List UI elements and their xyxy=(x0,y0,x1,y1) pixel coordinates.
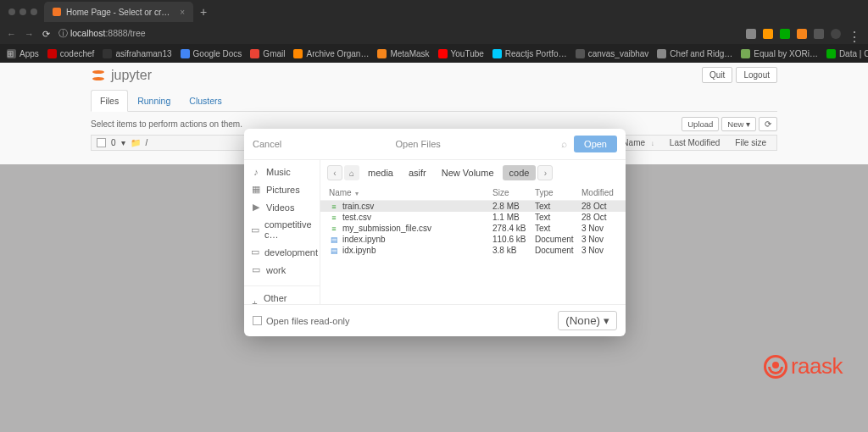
breadcrumb-root[interactable]: / xyxy=(146,138,148,147)
bookmark-item[interactable]: Google Docs xyxy=(181,49,242,58)
reload-button[interactable]: ⟳ xyxy=(42,29,50,40)
file-modified: 28 Oct xyxy=(581,213,617,222)
forward-button[interactable]: → xyxy=(25,29,34,39)
col-type[interactable]: Type xyxy=(535,188,581,197)
profile-icon[interactable] xyxy=(831,29,841,39)
logout-button[interactable]: Logout xyxy=(736,67,777,83)
file-name: index.ipynb xyxy=(342,235,492,244)
upload-button[interactable]: Upload xyxy=(682,117,719,131)
bookmark-item[interactable]: canvas_vaibhav xyxy=(576,49,649,58)
sidebar-item[interactable]: ▭work xyxy=(244,261,320,279)
window-controls[interactable] xyxy=(8,8,37,15)
file-rows: ≡train.csv2.8 MBText28 Oct≡test.csv1.1 M… xyxy=(320,201,626,256)
menu-icon[interactable]: ⋮ xyxy=(848,29,861,39)
bookmark-item[interactable]: codechef xyxy=(47,49,95,58)
col-name[interactable]: Name▾ xyxy=(329,188,492,197)
readonly-checkbox[interactable]: Open files read-only xyxy=(253,316,349,326)
place-icon: ▭ xyxy=(251,246,259,258)
ext-icon[interactable] xyxy=(780,29,790,39)
col-file-size[interactable]: File size xyxy=(730,138,771,147)
bookmark-item[interactable]: asifrahaman13 xyxy=(103,49,171,58)
breadcrumb-back-icon[interactable]: ‹ xyxy=(327,165,342,180)
new-tab-button[interactable]: + xyxy=(200,5,207,19)
checkbox-icon[interactable] xyxy=(253,316,262,325)
file-modified: 3 Nov xyxy=(581,235,617,244)
file-size: 110.6 kB xyxy=(492,235,535,244)
file-size: 1.1 MB xyxy=(492,213,535,222)
close-tab-icon[interactable]: × xyxy=(180,8,185,17)
jupyter-logo[interactable]: jupyter xyxy=(91,68,152,83)
file-list-columns: Name▾ Size Type Modified xyxy=(320,186,626,201)
file-row[interactable]: ≡train.csv2.8 MBText28 Oct xyxy=(320,201,626,212)
sidebar-item[interactable]: ♪Music xyxy=(244,163,320,180)
bookmark-item[interactable]: Reactjs Portfo… xyxy=(492,49,567,58)
file-size: 2.8 MB xyxy=(492,202,535,211)
bookmark-item[interactable]: Data | Cloud… xyxy=(826,49,868,58)
bookmark-item[interactable]: Gmail xyxy=(250,49,285,58)
tab-bar: Home Page - Select or cr… × + xyxy=(0,0,868,24)
quit-button[interactable]: Quit xyxy=(702,67,732,83)
watermark: raask xyxy=(764,353,843,379)
back-button[interactable]: ← xyxy=(7,29,16,39)
address-bar: ← → ⟳ ⓘ localhost:8888/tree ⋮ xyxy=(0,24,868,44)
file-modified: 28 Oct xyxy=(581,202,617,211)
file-name: train.csv xyxy=(342,202,492,211)
breadcrumb-item[interactable]: New Volume xyxy=(435,165,501,180)
col-size[interactable]: Size xyxy=(492,188,535,197)
bookmark-item[interactable]: Equal by XORi… xyxy=(741,49,818,58)
other-locations[interactable]: +Other Locations xyxy=(244,285,320,304)
open-button[interactable]: Open xyxy=(574,136,617,152)
jupyter-tabs: Files Running Clusters xyxy=(91,90,777,112)
breadcrumb-forward-icon[interactable]: › xyxy=(537,165,553,180)
home-icon[interactable]: ⌂ xyxy=(344,165,359,180)
tab-clusters[interactable]: Clusters xyxy=(180,90,231,112)
search-icon[interactable]: ⌕ xyxy=(561,138,567,150)
minimize-icon[interactable] xyxy=(19,8,26,15)
bookmarks-bar: ⊞Apps codechefasifrahaman13Google DocsGm… xyxy=(0,44,868,63)
sidebar-item[interactable]: ▦Pictures xyxy=(244,180,320,198)
breadcrumb-item[interactable]: media xyxy=(361,165,400,180)
ext-icon[interactable] xyxy=(746,29,756,39)
col-last-modified[interactable]: Last Modified xyxy=(665,138,725,147)
file-filter-dropdown[interactable]: (None)▾ xyxy=(558,311,617,330)
file-doc-icon: ▤ xyxy=(329,246,339,255)
file-row[interactable]: ▤idx.ipynb3.8 kBDocument3 Nov xyxy=(320,245,626,256)
action-hint: Select items to perform actions on them. xyxy=(91,119,242,129)
sidebar-item[interactable]: ▶Videos xyxy=(244,198,320,216)
new-button[interactable]: New ▾ xyxy=(721,117,756,131)
file-row[interactable]: ▤index.ipynb110.6 kBDocument3 Nov xyxy=(320,234,626,245)
close-icon[interactable] xyxy=(8,8,15,15)
metamask-icon[interactable] xyxy=(797,29,807,39)
breadcrumb-item-current[interactable]: code xyxy=(503,165,537,180)
puzzle-icon[interactable] xyxy=(814,29,824,39)
bookmark-item[interactable]: Archive Organ… xyxy=(293,49,369,58)
refresh-button[interactable]: ⟳ xyxy=(759,117,777,131)
sidebar-item[interactable]: ▭development xyxy=(244,243,320,261)
browser-tab[interactable]: Home Page - Select or cr… × xyxy=(44,2,193,22)
maximize-icon[interactable] xyxy=(31,8,37,15)
file-row[interactable]: ≡my_submission_file.csv278.4 kBText3 Nov xyxy=(320,223,626,234)
ext-icon[interactable] xyxy=(763,29,773,39)
folder-icon: 📁 xyxy=(131,138,141,147)
bookmark-item[interactable]: Chef and Ridg… xyxy=(657,49,732,58)
bookmark-item[interactable]: YouTube xyxy=(438,49,484,58)
col-modified[interactable]: Modified xyxy=(581,188,617,197)
file-size: 3.8 kB xyxy=(492,246,535,255)
apps-button[interactable]: ⊞Apps xyxy=(7,49,39,58)
file-row[interactable]: ≡test.csv1.1 MBText28 Oct xyxy=(320,212,626,223)
select-all-checkbox[interactable] xyxy=(97,138,106,147)
jupyter-logo-icon xyxy=(91,68,106,83)
file-type: Document xyxy=(535,235,581,244)
file-name: my_submission_file.csv xyxy=(342,224,492,233)
file-txt-icon: ≡ xyxy=(329,213,339,222)
file-doc-icon: ▤ xyxy=(329,235,339,244)
dropdown-icon[interactable]: ▾ xyxy=(121,138,125,147)
watermark-text: raask xyxy=(791,353,843,379)
sidebar-item[interactable]: ▭competitive c… xyxy=(244,216,320,243)
bookmark-item[interactable]: MetaMask xyxy=(377,49,429,58)
tab-running[interactable]: Running xyxy=(128,90,180,112)
tab-files[interactable]: Files xyxy=(91,90,128,112)
breadcrumb-item[interactable]: asifr xyxy=(402,165,433,180)
url-field[interactable]: ⓘ localhost:8888/tree xyxy=(58,28,737,40)
cancel-button[interactable]: Cancel xyxy=(253,139,281,149)
